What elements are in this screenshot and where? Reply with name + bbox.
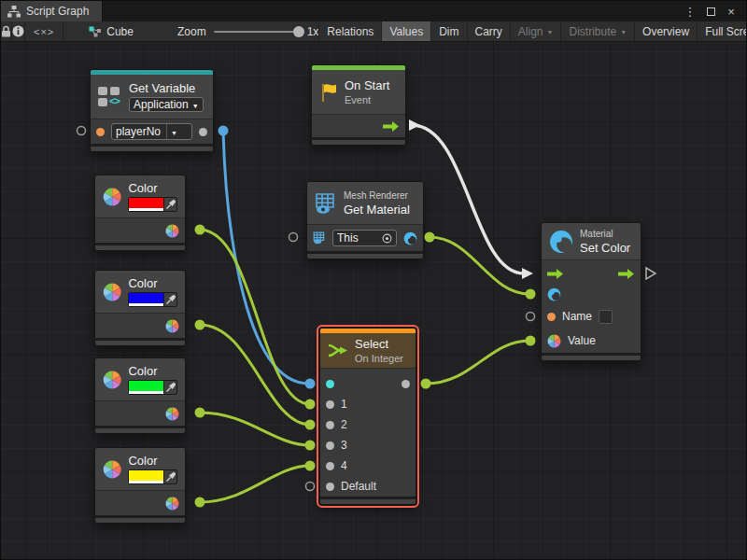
node-title: Color — [128, 364, 177, 378]
color-output-port[interactable] — [165, 224, 179, 238]
connection-playerno-select[interactable] — [223, 131, 309, 384]
node-color-blue[interactable]: Color — [94, 270, 186, 346]
flow-input-port[interactable] — [547, 269, 564, 279]
variable-scope-dropdown[interactable]: Application ▼ — [129, 97, 204, 112]
lock-button[interactable] — [1, 21, 12, 41]
chevron-down-icon: ▼ — [547, 29, 554, 35]
port-label: 3 — [341, 439, 347, 452]
material-output-port[interactable] — [403, 231, 417, 245]
node-title: On Start — [345, 78, 389, 92]
node-get-variable[interactable]: <> Get Variable Application ▼ playerNo ▼ — [90, 69, 214, 152]
color-swatch[interactable] — [129, 381, 163, 394]
close-icon[interactable]: × — [724, 4, 739, 19]
color-wheel-icon — [103, 368, 121, 392]
node-set-color[interactable]: Material Set Color — [541, 222, 641, 361]
node-color-red[interactable]: Color — [94, 175, 186, 251]
variable-name-dropdown[interactable]: playerNo ▼ — [111, 123, 192, 140]
node-title: Color — [128, 454, 177, 468]
info-button[interactable] — [12, 21, 25, 41]
connection-color3-select[interactable] — [200, 413, 310, 445]
wire-endpoint-dot — [305, 441, 316, 451]
node-footer — [91, 144, 213, 151]
color-swatch[interactable] — [129, 198, 163, 211]
relations-button[interactable]: Relations — [318, 21, 381, 41]
connection-color4-select[interactable] — [200, 466, 310, 502]
node-category: Material — [580, 229, 630, 239]
connection-select-setcolor-value[interactable] — [426, 341, 529, 384]
name-input-field[interactable] — [599, 310, 613, 324]
distribute-button[interactable]: Distribute▼ — [560, 21, 634, 41]
values-button[interactable]: Values — [381, 21, 430, 41]
color-output-port[interactable] — [165, 319, 179, 333]
unconnected-port-circle[interactable] — [527, 313, 535, 321]
code-view-button[interactable]: <×> — [25, 21, 63, 41]
chevron-down-icon: ▼ — [192, 103, 199, 109]
zoom-slider-handle[interactable] — [293, 26, 304, 37]
selection-output-port[interactable] — [402, 380, 410, 388]
color-swatch[interactable] — [129, 293, 163, 306]
tab-label: Script Graph — [26, 5, 89, 18]
dim-button[interactable]: Dim — [430, 21, 466, 41]
input-port-name[interactable] — [96, 128, 105, 136]
flow-output-port[interactable] — [383, 121, 400, 132]
unconnected-port-circle[interactable] — [306, 483, 315, 491]
connection-color1-select[interactable] — [200, 230, 310, 404]
node-select[interactable]: Select On Integer 1 2 — [319, 328, 416, 505]
unconnected-port-circle[interactable] — [289, 233, 298, 242]
flow-wire-end-arrow — [522, 268, 533, 279]
component-input-port[interactable] — [313, 231, 326, 245]
node-title: Color — [128, 181, 177, 195]
option-input-port[interactable] — [326, 400, 334, 409]
eyedropper-icon[interactable] — [164, 381, 176, 394]
default-input-port[interactable] — [326, 483, 334, 491]
node-get-material[interactable]: Mesh Renderer Get Material This — [306, 181, 424, 259]
wire-endpoint-dot — [305, 420, 316, 430]
overview-button[interactable]: Overview — [634, 21, 697, 41]
code-view-label: <×> — [34, 26, 54, 37]
node-footer — [95, 338, 185, 345]
color-output-port[interactable] — [165, 407, 179, 421]
graph-canvas[interactable]: <> Get Variable Application ▼ playerNo ▼ — [1, 42, 746, 559]
color-output-port[interactable] — [165, 497, 179, 511]
material-input-port[interactable] — [547, 287, 561, 301]
option-input-port[interactable] — [326, 441, 334, 450]
zoom-slider[interactable] — [214, 31, 300, 33]
eyedropper-icon[interactable] — [164, 470, 176, 483]
carry-button[interactable]: Carry — [467, 21, 510, 41]
connection-getmaterial-setcolor[interactable] — [430, 237, 529, 294]
wire-endpoint-dot — [305, 399, 316, 410]
unconnected-port-circle[interactable] — [78, 127, 86, 135]
connection-color2-select[interactable] — [200, 325, 310, 425]
wire-endpoint-dot — [195, 225, 205, 235]
toolbar-buttons: Relations Values Dim Carry Align▼ Distri… — [318, 21, 747, 41]
graph-breadcrumb[interactable]: Cube — [80, 21, 142, 41]
color-value-input-port[interactable] — [547, 334, 561, 348]
node-title: Set Color — [580, 241, 630, 255]
eyedropper-icon[interactable] — [164, 293, 176, 306]
node-footer — [95, 243, 185, 250]
object-picker-icon[interactable] — [382, 233, 392, 244]
kebab-menu-icon[interactable]: ⋮ — [683, 4, 698, 19]
align-button[interactable]: Align▼ — [510, 21, 561, 41]
node-on-start[interactable]: On Start Event — [311, 64, 406, 146]
tab-script-graph[interactable]: Script Graph — [1, 1, 103, 21]
name-input-port[interactable] — [547, 313, 556, 321]
target-object-field[interactable]: This — [332, 230, 397, 246]
color-wheel-icon — [103, 280, 121, 304]
flow-output-port[interactable] — [618, 269, 635, 279]
node-color-yellow[interactable]: Color — [94, 447, 186, 524]
maximize-icon[interactable] — [703, 4, 718, 19]
selector-input-port[interactable] — [326, 380, 334, 388]
connection-flow-onstart-setcolor[interactable] — [412, 125, 524, 273]
select-merge-icon — [328, 343, 348, 358]
title-bar: Script Graph ⋮ × — [1, 1, 746, 21]
color-swatch[interactable] — [129, 470, 163, 483]
option-input-port[interactable] — [326, 421, 334, 429]
full-screen-button[interactable]: Full Screen — [697, 21, 747, 41]
graph-name: Cube — [106, 25, 134, 38]
option-input-port[interactable] — [326, 462, 334, 470]
node-color-green[interactable]: Color — [94, 357, 186, 434]
output-port-value[interactable] — [199, 128, 207, 136]
unconnected-flow-triangle[interactable] — [646, 268, 655, 279]
eyedropper-icon[interactable] — [164, 198, 176, 211]
